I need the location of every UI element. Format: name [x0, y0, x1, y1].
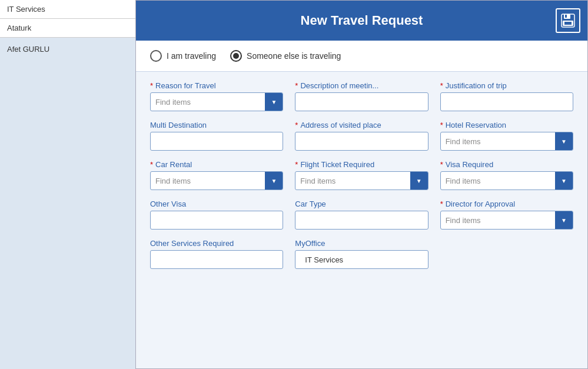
- field-other-visa: Other Visa: [150, 200, 283, 230]
- field-other-services: Other Services Required: [150, 239, 283, 269]
- radio-someone-else-traveling[interactable]: Someone else is traveling: [230, 50, 341, 62]
- field-description-meeting: *Description of meetin...: [295, 81, 428, 111]
- radio-label-self: I am traveling: [167, 51, 216, 61]
- label-visa-required: *Visa Required: [440, 160, 573, 169]
- field-hotel-reservation: *Hotel Reservation Find items: [440, 121, 573, 151]
- select-placeholder-hotel: Find items: [441, 137, 555, 146]
- input-car-type[interactable]: [295, 211, 428, 230]
- sidebar: IT Services Ataturk Afet GURLU: [0, 0, 135, 369]
- form-row-1: *Reason for Travel Find items *Descripti…: [150, 81, 573, 111]
- page-title: New Travel Request: [301, 13, 423, 28]
- radio-circle-other[interactable]: [230, 50, 242, 62]
- sidebar-item-it-services[interactable]: IT Services: [0, 0, 135, 19]
- field-visa-required: *Visa Required Find items: [440, 160, 573, 190]
- field-flight-ticket: *Flight Ticket Required Find items: [295, 160, 428, 190]
- label-myoffice: MyOffice: [295, 239, 428, 248]
- field-reason-travel: *Reason for Travel Find items: [150, 81, 283, 111]
- field-empty: [440, 239, 573, 269]
- form-row-2: Multi Destination *Address of visited pl…: [150, 121, 573, 151]
- input-multi-destination[interactable]: [150, 132, 283, 151]
- radio-i-am-traveling[interactable]: I am traveling: [150, 50, 216, 62]
- save-button[interactable]: [556, 8, 580, 33]
- label-description-meeting: *Description of meetin...: [295, 81, 428, 90]
- label-car-rental: *Car Rental: [150, 160, 283, 169]
- field-justification: *Justification of trip: [440, 81, 573, 111]
- label-other-visa: Other Visa: [150, 200, 283, 208]
- dropdown-arrow-hotel[interactable]: [555, 132, 573, 150]
- field-director-approval: *Director for Approval Find items: [440, 200, 573, 230]
- form-row-4: Other Visa Car Type *Director for Approv…: [150, 200, 573, 230]
- form-header: New Travel Request: [136, 1, 587, 41]
- select-placeholder-flight: Find items: [295, 177, 410, 185]
- radio-circle-self[interactable]: [150, 50, 162, 62]
- label-car-type: Car Type: [295, 200, 428, 208]
- input-justification[interactable]: [440, 92, 573, 111]
- select-flight-ticket[interactable]: Find items: [295, 171, 428, 190]
- select-placeholder-visa: Find items: [441, 177, 555, 185]
- label-director-approval: *Director for Approval: [440, 200, 573, 208]
- label-hotel-reservation: *Hotel Reservation: [440, 121, 573, 129]
- select-reason-travel[interactable]: Find items: [150, 92, 283, 111]
- select-hotel-reservation[interactable]: Find items: [440, 132, 573, 151]
- dropdown-arrow-flight[interactable]: [410, 172, 428, 190]
- dropdown-arrow-car-rental[interactable]: [265, 172, 283, 190]
- myoffice-value-container: IT Services: [295, 250, 428, 269]
- select-placeholder-reason: Find items: [151, 98, 265, 107]
- travel-option-row: I am traveling Someone else is traveling: [136, 41, 587, 72]
- form-area: *Reason for Travel Find items *Descripti…: [136, 72, 587, 278]
- label-multi-destination: Multi Destination: [150, 121, 283, 129]
- field-car-rental: *Car Rental Find items: [150, 160, 283, 190]
- sidebar-item-afet[interactable]: Afet GURLU: [0, 40, 135, 58]
- field-multi-destination: Multi Destination: [150, 121, 283, 151]
- dropdown-arrow-director[interactable]: [555, 211, 573, 229]
- dropdown-arrow-reason[interactable]: [265, 93, 283, 111]
- input-other-visa[interactable]: [150, 211, 283, 230]
- select-car-rental[interactable]: Find items: [150, 171, 283, 190]
- field-car-type: Car Type: [295, 200, 428, 230]
- myoffice-value: IT Services: [300, 253, 348, 267]
- dropdown-arrow-visa[interactable]: [555, 172, 573, 190]
- select-placeholder-car: Find items: [151, 177, 265, 185]
- label-reason-travel: *Reason for Travel: [150, 81, 283, 90]
- main-panel: New Travel Request I am traveling Someon…: [135, 0, 588, 369]
- select-placeholder-director: Find items: [441, 216, 555, 225]
- select-director-approval[interactable]: Find items: [440, 211, 573, 230]
- svg-rect-2: [565, 15, 567, 18]
- input-description-meeting[interactable]: [295, 92, 428, 111]
- form-row-5: Other Services Required MyOffice IT Serv…: [150, 239, 573, 269]
- form-row-3: *Car Rental Find items *Flight Ticket Re…: [150, 160, 573, 190]
- label-other-services: Other Services Required: [150, 239, 283, 248]
- field-myoffice: MyOffice IT Services: [295, 239, 428, 269]
- label-flight-ticket: *Flight Ticket Required: [295, 160, 428, 169]
- svg-rect-1: [564, 14, 570, 19]
- label-justification: *Justification of trip: [440, 81, 573, 90]
- select-visa-required[interactable]: Find items: [440, 171, 573, 190]
- input-other-services[interactable]: [150, 250, 283, 269]
- radio-label-other: Someone else is traveling: [247, 51, 341, 61]
- input-address-visited[interactable]: [295, 132, 428, 151]
- sidebar-item-ataturk[interactable]: Ataturk: [0, 19, 135, 38]
- svg-rect-4: [564, 22, 572, 25]
- label-address-visited: *Address of visited place: [295, 121, 428, 129]
- field-address-visited: *Address of visited place: [295, 121, 428, 151]
